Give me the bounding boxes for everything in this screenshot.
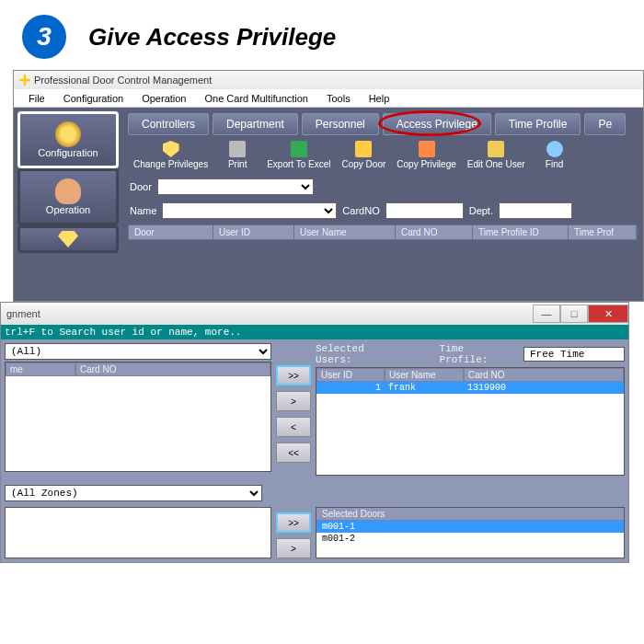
list-item[interactable]: m001-1 (316, 521, 624, 533)
table-row[interactable]: 1 frank 1319900 (316, 382, 624, 394)
col-timeprof: Time Prof (569, 225, 637, 239)
hint-bar: trl+F to Search user id or name, more.. (1, 325, 628, 339)
cell-cardno: 1319900 (464, 382, 624, 394)
tab-controllers[interactable]: Controllers (128, 113, 209, 135)
tab-personnel[interactable]: Personnel (302, 113, 379, 135)
app-titlebar: Professional Door Control Management (14, 71, 643, 89)
dialog-titlebar: gnment — □ ✕ (1, 303, 628, 325)
col-door: Door (129, 225, 213, 239)
sidebar-item-operation[interactable]: Operation (17, 168, 119, 225)
filter-door-row: Door (122, 175, 643, 199)
step-header: 3 Give Access Privilege (0, 0, 644, 70)
available-users-grid[interactable]: me Card NO (5, 362, 271, 472)
find-icon (546, 141, 563, 157)
step-number-badge: 3 (22, 15, 66, 59)
gear-icon (55, 121, 81, 147)
col-me: me (6, 362, 75, 376)
minimize-button[interactable]: — (533, 305, 560, 323)
col-username: User Name (385, 368, 464, 382)
hand-icon (55, 178, 81, 204)
cardno-label: CardNO (342, 205, 379, 216)
col-timeprofileid: Time Profile ID (473, 225, 569, 239)
copy-privilege-icon (419, 141, 435, 157)
app-window: Professional Door Control Management Fil… (13, 70, 644, 302)
cell-username: frank (385, 382, 464, 394)
col-userid: User ID (213, 225, 294, 239)
time-profile-value[interactable]: Free Time (523, 347, 625, 362)
sidebar-item-label: Configuration (38, 147, 98, 158)
printer-icon (229, 141, 246, 157)
time-profile-label: Time Profile: (440, 343, 518, 365)
dept-input[interactable] (499, 202, 572, 219)
zone-combo[interactable]: (All Zones) (5, 485, 262, 501)
tab-label: Access Privilege (397, 118, 477, 131)
dept-combo[interactable]: (All) (5, 343, 271, 360)
menubar: File Configuration Operation One Card Mu… (14, 89, 643, 108)
selected-doors-header: Selected Doors (316, 508, 624, 521)
tab-more[interactable]: Pe (584, 113, 626, 135)
menu-onecard[interactable]: One Card Multifunction (195, 91, 317, 106)
key-icon (19, 75, 30, 86)
sidebar-item-label: Operation (46, 204, 90, 215)
selected-doors-grid[interactable]: Selected Doors m001-1 m001-2 (316, 507, 625, 558)
btn-edit-one-user[interactable]: Edit One User (462, 139, 531, 171)
tabbar: Controllers Department Personnel Access … (122, 108, 643, 135)
excel-icon (291, 141, 307, 157)
btn-copy-privilege[interactable]: Copy Privilege (391, 139, 461, 171)
btn-change-privileges[interactable]: Change Privileges (128, 139, 213, 171)
tab-department[interactable]: Department (213, 113, 298, 135)
name-label: Name (130, 205, 156, 216)
copy-door-icon (355, 141, 372, 157)
col-cardno: Card NO (464, 368, 624, 382)
maximize-button[interactable]: □ (560, 305, 588, 323)
edit-user-icon (488, 141, 504, 157)
move-right-button[interactable]: > (276, 391, 311, 411)
col-cardno: Card NO (75, 362, 270, 376)
door-select[interactable] (157, 178, 314, 195)
close-button[interactable]: ✕ (588, 305, 628, 323)
tab-access-privilege[interactable]: Access Privilege (383, 113, 491, 135)
door-label: Door (130, 181, 152, 192)
move-all-right-button[interactable]: >> (276, 365, 311, 385)
step-title: Give Access Privilege (88, 23, 336, 52)
sidebar-item-configuration[interactable]: Configuration (17, 111, 119, 168)
menu-tools[interactable]: Tools (317, 91, 360, 106)
door-move-right-button[interactable]: > (276, 538, 311, 558)
col-userid: User ID (316, 368, 385, 382)
dept-label: Dept. (469, 205, 493, 216)
btn-export-excel[interactable]: Export To Excel (261, 139, 336, 171)
col-cardno: Card NO (396, 225, 473, 239)
sidebar-item-tools[interactable] (17, 225, 119, 253)
menu-configuration[interactable]: Configuration (54, 91, 132, 106)
col-username: User Name (294, 225, 396, 239)
move-left-button[interactable]: < (276, 417, 311, 437)
selected-users-label: Selected Users: (316, 343, 407, 365)
name-select[interactable] (162, 202, 337, 219)
tool-icon (58, 231, 78, 247)
menu-help[interactable]: Help (360, 91, 399, 106)
sidebar: Configuration Operation (14, 108, 122, 301)
list-item[interactable]: m001-2 (316, 533, 624, 545)
tab-time-profile[interactable]: Time Profile (495, 113, 581, 135)
selected-users-grid[interactable]: User ID User Name Card NO 1 frank 131990… (316, 367, 625, 476)
assignment-dialog: gnment — □ ✕ trl+F to Search user id or … (0, 302, 629, 563)
shield-icon (163, 141, 179, 157)
move-all-left-button[interactable]: << (276, 443, 311, 463)
btn-copy-door[interactable]: Copy Door (336, 139, 391, 171)
btn-print[interactable]: Print (213, 139, 261, 171)
door-move-all-right-button[interactable]: >> (276, 512, 311, 533)
app-title: Professional Door Control Management (34, 75, 212, 86)
filter-name-row: Name CardNO Dept. (122, 199, 643, 223)
cardno-input[interactable] (385, 202, 464, 219)
toolbar: Change Privileges Print Export To Excel … (122, 135, 643, 175)
dialog-title: gnment (6, 308, 40, 319)
cell-userid: 1 (316, 382, 385, 394)
menu-file[interactable]: File (19, 91, 54, 106)
menu-operation[interactable]: Operation (132, 91, 195, 106)
btn-find[interactable]: Find (531, 139, 579, 171)
grid-header: Door User ID User Name Card NO Time Prof… (128, 224, 638, 240)
available-doors-grid[interactable] (5, 507, 271, 558)
